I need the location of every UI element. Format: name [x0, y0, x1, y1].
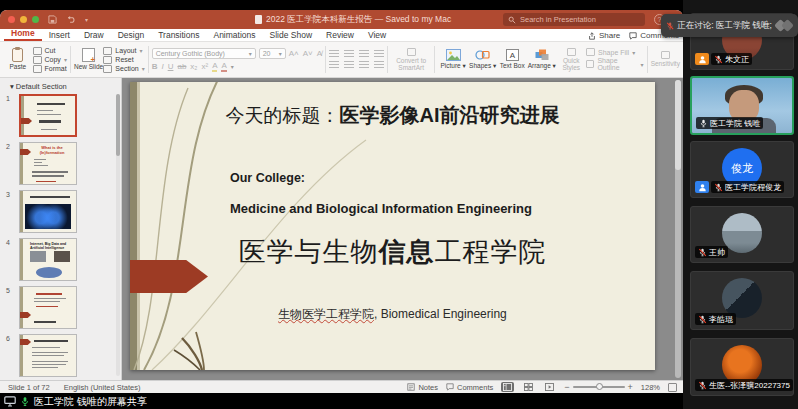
thumb-decoration	[20, 191, 23, 232]
screen-share-label: 医工学院 钱唯的屏幕共享	[34, 395, 147, 409]
zoom-window-button[interactable]	[32, 16, 39, 23]
underline-button[interactable]: U	[168, 62, 174, 71]
superscript-button[interactable]: x²	[201, 62, 208, 71]
zoom-slider[interactable]	[573, 386, 625, 388]
participant-tile-speaking[interactable]: 医工学院 钱唯	[690, 76, 794, 135]
section-button[interactable]: Section ▾	[103, 65, 144, 73]
section-header[interactable]: ▾ Default Section	[0, 80, 121, 94]
font-name-select[interactable]: Century Gothic (Body)▾	[152, 48, 256, 59]
participant-tile[interactable]: 李皓琨	[690, 271, 794, 330]
bold-button[interactable]: B	[152, 62, 158, 71]
share-button[interactable]: Share	[588, 31, 620, 40]
clear-formatting-icon[interactable]: A̸	[317, 49, 322, 58]
bullets-icon[interactable]	[329, 50, 339, 58]
slide-thumbnail-pane: ▾ Default Section 1 2 Wha	[0, 78, 122, 380]
text-line	[34, 321, 56, 323]
shape-outline-button[interactable]: Shape Outline ▾	[586, 57, 644, 71]
shape-fill-button[interactable]: Shape Fill ▾	[586, 48, 644, 56]
normal-view-button[interactable]	[501, 382, 514, 392]
slide-count-label: Slide 1 of 72	[8, 383, 50, 392]
paste-button[interactable]: Paste	[3, 44, 33, 75]
tab-draw[interactable]: Draw	[77, 30, 111, 41]
language-label[interactable]: English (United States)	[64, 383, 141, 392]
font-size-select[interactable]: 20▾	[259, 48, 286, 59]
layout-button[interactable]: Layout ▾	[103, 47, 144, 55]
comments-toggle-button[interactable]: Comments	[446, 383, 493, 392]
align-center-icon[interactable]	[344, 61, 354, 69]
tab-insert[interactable]: Insert	[42, 30, 77, 41]
now-discussing-tooltip: 正在讨论: 医工学院 钱唯;	[661, 14, 798, 37]
reset-icon	[103, 56, 112, 64]
slide-sorter-view-button[interactable]	[522, 382, 535, 392]
slide-thumbnail-5[interactable]	[19, 286, 77, 329]
comment-icon	[629, 32, 637, 40]
decrease-font-icon[interactable]: A˅	[303, 49, 313, 58]
thumb-decoration	[20, 239, 23, 280]
align-left-icon[interactable]	[329, 61, 339, 69]
slideshow-view-button[interactable]	[543, 382, 556, 392]
copy-button[interactable]: Copy ▾	[33, 56, 67, 64]
columns-icon[interactable]	[374, 61, 384, 69]
slide-thumbnail-6[interactable]	[19, 334, 77, 377]
tab-view[interactable]: View	[361, 30, 393, 41]
convert-smartart-button[interactable]: Convert to SmartArt	[391, 44, 432, 75]
search-box[interactable]: Search in Presentation	[503, 13, 645, 26]
zoom-slider-knob[interactable]	[596, 383, 603, 390]
toolbar-more-icon[interactable]: ▾	[85, 16, 88, 23]
notes-button[interactable]: Notes	[407, 383, 438, 392]
thumb-arrow-shape	[21, 118, 32, 124]
slide-thumbnail-2[interactable]: What is the (In)formation	[19, 142, 77, 185]
subscript-button[interactable]: x₂	[190, 62, 197, 71]
text-box-button[interactable]: A Text Box	[497, 44, 527, 75]
participant-tile[interactable]: 俊龙 医工学院程俊龙	[690, 141, 794, 198]
arrange-button[interactable]: Arrange ▾	[527, 44, 557, 75]
ribbon-tab-bar: Home Insert Draw Design Transitions Anim…	[0, 29, 683, 42]
tab-review[interactable]: Review	[319, 30, 361, 41]
cut-button[interactable]: Cut	[33, 47, 67, 55]
thumbnail-scrollbar[interactable]	[116, 94, 120, 376]
fit-to-window-button[interactable]	[668, 383, 677, 392]
participant-name: 李皓琨	[709, 314, 733, 325]
minimize-window-button[interactable]	[20, 16, 27, 23]
new-slide-button[interactable]: New Slide	[74, 44, 104, 75]
slide-college-english: Medicine and Biological Information Engi…	[230, 201, 532, 216]
tab-animations[interactable]: Animations	[206, 30, 262, 41]
tab-home[interactable]: Home	[4, 28, 42, 41]
thumbnail-row-4: 4 Internet, Big Data and Artificial Inte…	[6, 238, 121, 281]
text-highlight-button[interactable]: A	[212, 61, 217, 72]
sensitivity-button[interactable]: Sensitivity	[651, 44, 681, 75]
tab-slide-show[interactable]: Slide Show	[263, 30, 320, 41]
slide-thumbnail-1[interactable]	[19, 94, 77, 137]
close-window-button[interactable]	[8, 16, 15, 23]
screen-share-banner: 医工学院 钱唯的屏幕共享	[0, 394, 683, 409]
strikethrough-button[interactable]: ab	[177, 62, 186, 71]
slide-scrollbar[interactable]	[675, 80, 681, 378]
reset-button[interactable]: Reset	[103, 56, 144, 64]
align-right-icon[interactable]	[359, 61, 369, 69]
quick-styles-button[interactable]: Quick Styles	[557, 44, 587, 75]
zoom-in-button[interactable]: +	[628, 382, 633, 392]
tab-transitions[interactable]: Transitions	[151, 30, 206, 41]
font-color-button[interactable]: A	[221, 61, 226, 72]
current-slide[interactable]: 今天的标题：医学影像AI前沿研究进展 Our College: Medicine…	[130, 82, 655, 370]
participant-tile[interactable]: 生医--张泽骥20227375	[690, 338, 794, 396]
thumbnail-row-6: 6	[6, 334, 121, 377]
italic-button[interactable]: I	[161, 62, 163, 71]
participant-tile[interactable]: 王帅	[690, 206, 794, 263]
tab-design[interactable]: Design	[111, 30, 151, 41]
shapes-button[interactable]: Shapes ▾	[468, 44, 498, 75]
picture-button[interactable]: Picture ▾	[438, 44, 468, 75]
increase-font-icon[interactable]: A˄	[289, 49, 299, 58]
slide-thumbnail-3[interactable]	[19, 190, 77, 233]
zoom-out-button[interactable]: −	[564, 382, 569, 392]
indent-icon[interactable]	[359, 50, 369, 58]
slide-thumbnail-4[interactable]: Internet, Big Data and Artificial Intell…	[19, 238, 77, 281]
line-spacing-icon[interactable]	[374, 50, 384, 58]
undo-icon[interactable]	[66, 15, 76, 24]
ribbon-divider	[434, 46, 435, 73]
layout-icon	[103, 47, 112, 55]
save-icon[interactable]	[48, 15, 57, 24]
numbering-icon[interactable]	[344, 50, 354, 58]
zoom-percent-label[interactable]: 128%	[641, 383, 660, 392]
format-painter-button[interactable]: Format	[33, 65, 67, 73]
